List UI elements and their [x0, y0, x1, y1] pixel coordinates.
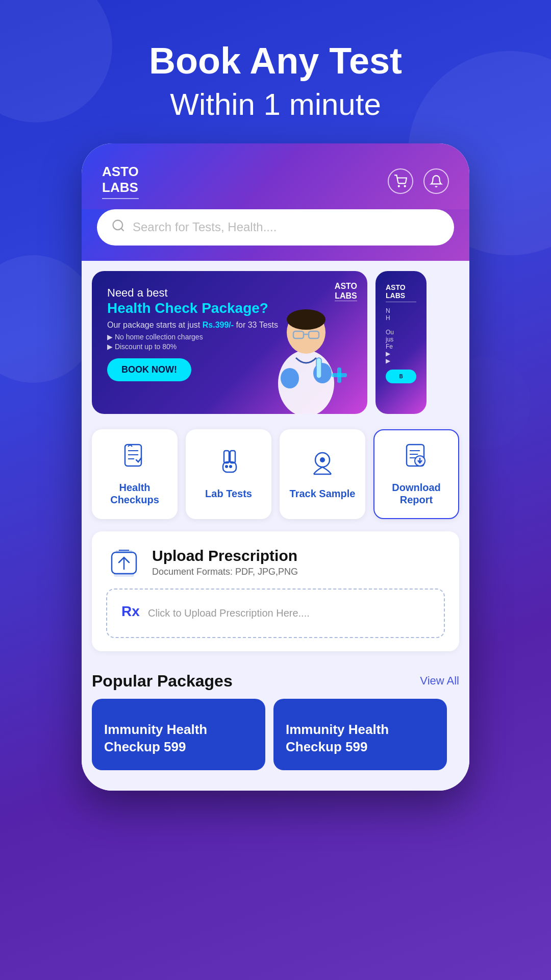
bell-icon[interactable] — [423, 168, 449, 194]
upload-title: Upload Prescription — [152, 547, 298, 565]
svg-rect-18 — [224, 451, 229, 463]
health-checkups-label: Health Checkups — [100, 481, 169, 506]
svg-point-21 — [225, 465, 228, 468]
search-bar[interactable]: Search for Tests, Health.... — [97, 209, 454, 246]
app-header: ASTO LABS — [82, 143, 469, 209]
hero-subtitle: Within 1 minute — [31, 86, 520, 123]
action-download-report[interactable]: Download Report — [373, 429, 459, 519]
svg-rect-19 — [230, 451, 235, 463]
main-banner-card[interactable]: ASTO LABS Need a best Health Check Packa… — [92, 271, 367, 414]
secondary-logo: ASTOLABS — [386, 283, 406, 300]
banner-area: ASTO LABS Need a best Health Check Packa… — [82, 261, 469, 424]
download-report-label: Download Report — [383, 481, 450, 506]
svg-text:Rx: Rx — [121, 603, 140, 619]
svg-point-2 — [113, 220, 123, 230]
upload-subtitle: Document Formats: PDF, JPG,PNG — [152, 567, 298, 577]
action-health-checkups[interactable]: Health Checkups — [92, 429, 178, 519]
package-label-1: Immunity Health Checkup 599 — [104, 721, 253, 756]
upload-input-area[interactable]: Rx Click to Upload Prescription Here.... — [106, 589, 445, 638]
svg-rect-13 — [337, 368, 341, 383]
upload-icon — [106, 545, 142, 580]
upload-section: Upload Prescription Document Formats: PD… — [82, 531, 469, 662]
cart-icon[interactable] — [388, 168, 413, 194]
popular-header: Popular Packages View All — [92, 672, 459, 691]
hero-section: Book Any Test Within 1 minute — [0, 0, 551, 143]
search-bar-wrap: Search for Tests, Health.... — [82, 209, 469, 261]
doctor-image — [245, 271, 367, 414]
package-label-2: Immunity Health Checkup 599 — [286, 721, 435, 756]
hero-title: Book Any Test — [31, 41, 520, 81]
rx-icon: Rx — [119, 601, 140, 626]
track-sample-icon — [309, 449, 336, 481]
secondary-btn[interactable]: B — [386, 370, 416, 383]
upload-card: Upload Prescription Document Formats: PD… — [92, 531, 459, 651]
svg-point-1 — [405, 186, 406, 187]
quick-actions-grid: Health Checkups Lab Tests — [82, 424, 469, 531]
header-icons — [388, 168, 449, 194]
popular-section: Popular Packages View All Immunity Healt… — [82, 662, 469, 775]
search-placeholder: Search for Tests, Health.... — [133, 220, 277, 234]
svg-point-22 — [229, 465, 232, 468]
app-logo: ASTO LABS — [102, 164, 139, 199]
upload-placeholder: Click to Upload Prescription Here.... — [148, 607, 310, 619]
book-now-button[interactable]: BOOK NOW! — [107, 358, 191, 381]
action-track-sample[interactable]: Track Sample — [280, 429, 365, 519]
health-checkups-icon — [121, 443, 148, 475]
download-report-icon — [403, 443, 430, 475]
bottom-spacer — [82, 775, 469, 791]
svg-point-24 — [320, 457, 325, 462]
lab-tests-label: Lab Tests — [205, 487, 252, 500]
package-card-1[interactable]: Immunity Health Checkup 599 — [92, 699, 265, 770]
lab-tests-icon — [215, 449, 242, 481]
view-all-link[interactable]: View All — [420, 674, 459, 688]
package-card-2[interactable]: Immunity Health Checkup 599 — [273, 699, 447, 770]
svg-point-9 — [281, 368, 299, 388]
svg-point-5 — [287, 309, 325, 330]
svg-rect-34 — [114, 573, 134, 577]
packages-row: Immunity Health Checkup 599 Immunity Hea… — [92, 699, 459, 770]
search-icon — [111, 218, 126, 236]
secondary-text: NHOujusFe▶▶ — [386, 307, 416, 364]
upload-text: Upload Prescription Document Formats: PD… — [152, 547, 298, 577]
secondary-banner-card[interactable]: ASTOLABS NHOujusFe▶▶ B — [375, 271, 427, 414]
upload-header: Upload Prescription Document Formats: PD… — [106, 545, 445, 580]
svg-rect-11 — [316, 358, 321, 378]
track-sample-label: Track Sample — [290, 487, 356, 500]
phone-mockup: ASTO LABS — [82, 143, 469, 790]
popular-title: Popular Packages — [92, 672, 233, 691]
svg-point-0 — [398, 186, 399, 187]
action-lab-tests[interactable]: Lab Tests — [186, 429, 271, 519]
